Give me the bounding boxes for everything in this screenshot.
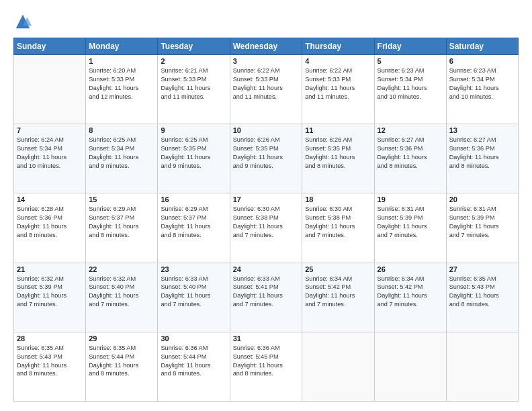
day-number: 15 [89, 195, 154, 203]
calendar-cell: 29Sunrise: 6:35 AM Sunset: 5:44 PM Dayli… [86, 332, 158, 401]
calendar-cell: 26Sunrise: 6:34 AM Sunset: 5:42 PM Dayli… [374, 263, 446, 332]
day-info: Sunrise: 6:33 AM Sunset: 5:41 PM Dayligh… [233, 275, 300, 310]
day-info: Sunrise: 6:32 AM Sunset: 5:39 PM Dayligh… [17, 275, 83, 310]
day-info: Sunrise: 6:27 AM Sunset: 5:36 PM Dayligh… [378, 136, 443, 171]
day-info: Sunrise: 6:36 AM Sunset: 5:44 PM Dayligh… [161, 344, 226, 379]
calendar-body: 1Sunrise: 6:20 AM Sunset: 5:33 PM Daylig… [14, 55, 519, 402]
day-info: Sunrise: 6:28 AM Sunset: 5:36 PM Dayligh… [17, 205, 83, 240]
calendar-cell: 23Sunrise: 6:33 AM Sunset: 5:40 PM Dayli… [158, 263, 230, 332]
calendar-cell: 3Sunrise: 6:22 AM Sunset: 5:33 PM Daylig… [230, 55, 302, 124]
day-number: 31 [233, 334, 300, 342]
day-info: Sunrise: 6:30 AM Sunset: 5:38 PM Dayligh… [305, 205, 371, 240]
day-number: 13 [449, 126, 515, 134]
calendar-table: SundayMondayTuesdayWednesdayThursdayFrid… [13, 38, 519, 402]
day-number: 29 [89, 334, 154, 342]
day-info: Sunrise: 6:21 AM Sunset: 5:33 PM Dayligh… [161, 66, 226, 101]
day-info: Sunrise: 6:35 AM Sunset: 5:44 PM Dayligh… [89, 344, 154, 379]
day-number: 28 [17, 334, 83, 342]
day-number: 17 [233, 195, 300, 203]
day-number: 19 [378, 195, 443, 203]
day-number: 1 [89, 57, 154, 65]
calendar-cell: 8Sunrise: 6:25 AM Sunset: 5:34 PM Daylig… [86, 124, 158, 193]
day-number: 10 [233, 126, 300, 134]
weekday-header-wednesday: Wednesday [230, 38, 302, 55]
day-info: Sunrise: 6:22 AM Sunset: 5:33 PM Dayligh… [305, 66, 371, 101]
header [13, 12, 519, 31]
day-info: Sunrise: 6:34 AM Sunset: 5:42 PM Dayligh… [378, 275, 443, 310]
day-number: 14 [17, 195, 83, 203]
weekday-header-thursday: Thursday [302, 38, 374, 55]
calendar-cell [302, 332, 374, 401]
calendar-cell [446, 332, 518, 401]
day-number: 27 [449, 265, 515, 273]
day-number: 3 [233, 57, 300, 65]
day-number: 20 [449, 195, 515, 203]
calendar-cell: 31Sunrise: 6:36 AM Sunset: 5:45 PM Dayli… [230, 332, 302, 401]
calendar-cell: 12Sunrise: 6:27 AM Sunset: 5:36 PM Dayli… [374, 124, 446, 193]
logo-icon [13, 12, 32, 31]
calendar-cell: 19Sunrise: 6:31 AM Sunset: 5:39 PM Dayli… [374, 193, 446, 263]
day-info: Sunrise: 6:29 AM Sunset: 5:37 PM Dayligh… [161, 205, 226, 240]
weekday-header-sunday: Sunday [14, 38, 86, 55]
day-number: 4 [305, 57, 371, 65]
day-number: 5 [378, 57, 443, 65]
calendar-cell: 6Sunrise: 6:23 AM Sunset: 5:34 PM Daylig… [446, 55, 518, 124]
calendar-cell: 2Sunrise: 6:21 AM Sunset: 5:33 PM Daylig… [158, 55, 230, 124]
day-number: 22 [89, 265, 154, 273]
calendar-cell: 4Sunrise: 6:22 AM Sunset: 5:33 PM Daylig… [302, 55, 374, 124]
calendar-cell: 15Sunrise: 6:29 AM Sunset: 5:37 PM Dayli… [86, 193, 158, 263]
calendar-cell: 30Sunrise: 6:36 AM Sunset: 5:44 PM Dayli… [158, 332, 230, 401]
day-number: 21 [17, 265, 83, 273]
day-info: Sunrise: 6:33 AM Sunset: 5:40 PM Dayligh… [161, 275, 226, 310]
day-number: 24 [233, 265, 300, 273]
weekday-header-friday: Friday [374, 38, 446, 55]
day-number: 30 [161, 334, 226, 342]
day-info: Sunrise: 6:35 AM Sunset: 5:43 PM Dayligh… [17, 344, 83, 379]
day-info: Sunrise: 6:32 AM Sunset: 5:40 PM Dayligh… [89, 275, 154, 310]
calendar-cell: 27Sunrise: 6:35 AM Sunset: 5:43 PM Dayli… [446, 263, 518, 332]
calendar-cell: 1Sunrise: 6:20 AM Sunset: 5:33 PM Daylig… [86, 55, 158, 124]
calendar-cell: 21Sunrise: 6:32 AM Sunset: 5:39 PM Dayli… [14, 263, 86, 332]
calendar-cell: 17Sunrise: 6:30 AM Sunset: 5:38 PM Dayli… [230, 193, 302, 263]
weekday-header-saturday: Saturday [446, 38, 518, 55]
week-row-1: 1Sunrise: 6:20 AM Sunset: 5:33 PM Daylig… [14, 55, 519, 124]
calendar-cell: 13Sunrise: 6:27 AM Sunset: 5:36 PM Dayli… [446, 124, 518, 193]
day-info: Sunrise: 6:31 AM Sunset: 5:39 PM Dayligh… [449, 205, 515, 240]
day-number: 9 [161, 126, 226, 134]
day-number: 25 [305, 265, 371, 273]
day-info: Sunrise: 6:36 AM Sunset: 5:45 PM Dayligh… [233, 344, 300, 379]
day-info: Sunrise: 6:25 AM Sunset: 5:35 PM Dayligh… [161, 136, 226, 171]
day-number: 7 [17, 126, 83, 134]
day-info: Sunrise: 6:31 AM Sunset: 5:39 PM Dayligh… [378, 205, 443, 240]
week-row-3: 14Sunrise: 6:28 AM Sunset: 5:36 PM Dayli… [14, 193, 519, 263]
calendar-cell: 5Sunrise: 6:23 AM Sunset: 5:34 PM Daylig… [374, 55, 446, 124]
calendar-cell: 28Sunrise: 6:35 AM Sunset: 5:43 PM Dayli… [14, 332, 86, 401]
day-number: 26 [378, 265, 443, 273]
weekday-header-row: SundayMondayTuesdayWednesdayThursdayFrid… [14, 38, 519, 55]
day-number: 12 [378, 126, 443, 134]
weekday-header-monday: Monday [86, 38, 158, 55]
calendar-cell: 10Sunrise: 6:26 AM Sunset: 5:35 PM Dayli… [230, 124, 302, 193]
day-number: 6 [449, 57, 515, 65]
day-number: 11 [305, 126, 371, 134]
day-info: Sunrise: 6:34 AM Sunset: 5:42 PM Dayligh… [305, 275, 371, 310]
day-info: Sunrise: 6:24 AM Sunset: 5:34 PM Dayligh… [17, 136, 83, 171]
day-number: 8 [89, 126, 154, 134]
weekday-header-tuesday: Tuesday [158, 38, 230, 55]
day-number: 2 [161, 57, 226, 65]
week-row-4: 21Sunrise: 6:32 AM Sunset: 5:39 PM Dayli… [14, 263, 519, 332]
calendar-cell: 7Sunrise: 6:24 AM Sunset: 5:34 PM Daylig… [14, 124, 86, 193]
calendar-header: SundayMondayTuesdayWednesdayThursdayFrid… [14, 38, 519, 55]
calendar-cell: 11Sunrise: 6:26 AM Sunset: 5:35 PM Dayli… [302, 124, 374, 193]
day-info: Sunrise: 6:23 AM Sunset: 5:34 PM Dayligh… [449, 66, 515, 101]
day-info: Sunrise: 6:20 AM Sunset: 5:33 PM Dayligh… [89, 66, 154, 101]
day-info: Sunrise: 6:26 AM Sunset: 5:35 PM Dayligh… [233, 136, 300, 171]
day-info: Sunrise: 6:25 AM Sunset: 5:34 PM Dayligh… [89, 136, 154, 171]
week-row-5: 28Sunrise: 6:35 AM Sunset: 5:43 PM Dayli… [14, 332, 519, 401]
calendar-cell: 18Sunrise: 6:30 AM Sunset: 5:38 PM Dayli… [302, 193, 374, 263]
day-info: Sunrise: 6:27 AM Sunset: 5:36 PM Dayligh… [449, 136, 515, 171]
calendar-cell: 20Sunrise: 6:31 AM Sunset: 5:39 PM Dayli… [446, 193, 518, 263]
day-info: Sunrise: 6:26 AM Sunset: 5:35 PM Dayligh… [305, 136, 371, 171]
calendar-cell: 14Sunrise: 6:28 AM Sunset: 5:36 PM Dayli… [14, 193, 86, 263]
calendar-cell: 9Sunrise: 6:25 AM Sunset: 5:35 PM Daylig… [158, 124, 230, 193]
